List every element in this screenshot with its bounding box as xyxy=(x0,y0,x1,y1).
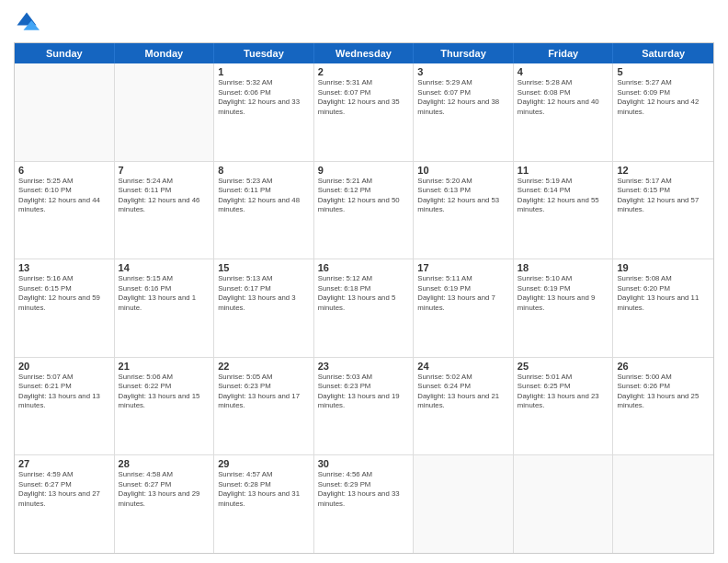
day-number: 1 xyxy=(218,66,310,77)
day-number: 13 xyxy=(18,262,110,273)
day-info: Sunrise: 5:12 AMSunset: 6:18 PMDaylight:… xyxy=(318,274,410,313)
calendar-cell: 13Sunrise: 5:16 AMSunset: 6:15 PMDayligh… xyxy=(15,259,115,357)
calendar-cell: 22Sunrise: 5:05 AMSunset: 6:23 PMDayligh… xyxy=(214,358,314,455)
day-number: 6 xyxy=(18,165,110,176)
calendar-cell: 9Sunrise: 5:21 AMSunset: 6:12 PMDaylight… xyxy=(314,162,415,259)
day-info: Sunrise: 5:05 AMSunset: 6:23 PMDaylight:… xyxy=(218,373,310,411)
day-number: 22 xyxy=(218,361,310,372)
calendar-cell xyxy=(414,455,514,553)
logo-icon xyxy=(14,9,40,35)
weekday-header: Saturday xyxy=(613,43,713,63)
calendar-cell xyxy=(514,455,614,553)
day-info: Sunrise: 5:24 AMSunset: 6:11 PMDaylight:… xyxy=(119,177,210,215)
calendar-cell xyxy=(115,63,215,161)
day-info: Sunrise: 5:02 AMSunset: 6:24 PMDaylight:… xyxy=(417,373,509,411)
calendar-cell: 17Sunrise: 5:11 AMSunset: 6:19 PMDayligh… xyxy=(414,259,514,357)
weekday-header: Wednesday xyxy=(314,43,415,63)
calendar-cell: 3Sunrise: 5:29 AMSunset: 6:07 PMDaylight… xyxy=(414,63,514,161)
calendar-header: SundayMondayTuesdayWednesdayThursdayFrid… xyxy=(15,43,713,63)
day-info: Sunrise: 5:27 AMSunset: 6:09 PMDaylight:… xyxy=(617,78,710,117)
day-info: Sunrise: 5:06 AMSunset: 6:22 PMDaylight:… xyxy=(119,373,210,411)
day-info: Sunrise: 4:58 AMSunset: 6:27 PMDaylight:… xyxy=(119,470,210,509)
day-info: Sunrise: 5:07 AMSunset: 6:21 PMDaylight:… xyxy=(18,373,110,411)
day-number: 15 xyxy=(218,262,310,273)
day-number: 4 xyxy=(518,66,609,77)
calendar-row: 1Sunrise: 5:32 AMSunset: 6:06 PMDaylight… xyxy=(15,63,713,161)
weekday-header: Friday xyxy=(514,43,614,63)
day-number: 12 xyxy=(617,165,710,176)
calendar-row: 20Sunrise: 5:07 AMSunset: 6:21 PMDayligh… xyxy=(15,357,713,455)
calendar-cell: 4Sunrise: 5:28 AMSunset: 6:08 PMDaylight… xyxy=(514,63,614,161)
day-number: 5 xyxy=(617,66,710,77)
day-info: Sunrise: 5:00 AMSunset: 6:26 PMDaylight:… xyxy=(617,373,710,411)
calendar-cell: 6Sunrise: 5:25 AMSunset: 6:10 PMDaylight… xyxy=(15,162,115,259)
day-number: 11 xyxy=(518,165,609,176)
calendar-cell: 8Sunrise: 5:23 AMSunset: 6:11 PMDaylight… xyxy=(214,162,314,259)
calendar-row: 6Sunrise: 5:25 AMSunset: 6:10 PMDaylight… xyxy=(15,161,713,259)
calendar-row: 13Sunrise: 5:16 AMSunset: 6:15 PMDayligh… xyxy=(15,259,713,357)
day-number: 20 xyxy=(18,361,110,372)
day-number: 25 xyxy=(518,361,609,372)
calendar-cell: 21Sunrise: 5:06 AMSunset: 6:22 PMDayligh… xyxy=(115,358,215,455)
day-info: Sunrise: 5:10 AMSunset: 6:19 PMDaylight:… xyxy=(518,274,609,313)
calendar-cell: 16Sunrise: 5:12 AMSunset: 6:18 PMDayligh… xyxy=(314,259,415,357)
calendar-cell: 5Sunrise: 5:27 AMSunset: 6:09 PMDaylight… xyxy=(613,63,713,161)
calendar-cell xyxy=(613,455,713,553)
calendar-cell: 12Sunrise: 5:17 AMSunset: 6:15 PMDayligh… xyxy=(613,162,713,259)
calendar-row: 27Sunrise: 4:59 AMSunset: 6:27 PMDayligh… xyxy=(15,454,713,553)
day-number: 2 xyxy=(318,66,410,77)
calendar-cell: 7Sunrise: 5:24 AMSunset: 6:11 PMDaylight… xyxy=(115,162,215,259)
day-info: Sunrise: 5:20 AMSunset: 6:13 PMDaylight:… xyxy=(417,177,509,215)
day-number: 23 xyxy=(318,361,410,372)
calendar-cell: 20Sunrise: 5:07 AMSunset: 6:21 PMDayligh… xyxy=(15,358,115,455)
calendar-cell: 26Sunrise: 5:00 AMSunset: 6:26 PMDayligh… xyxy=(613,358,713,455)
calendar-cell: 25Sunrise: 5:01 AMSunset: 6:25 PMDayligh… xyxy=(514,358,614,455)
day-info: Sunrise: 5:15 AMSunset: 6:16 PMDaylight:… xyxy=(119,274,210,313)
day-number: 17 xyxy=(417,262,509,273)
calendar-cell: 29Sunrise: 4:57 AMSunset: 6:28 PMDayligh… xyxy=(214,455,314,553)
day-number: 28 xyxy=(119,458,210,469)
day-number: 9 xyxy=(318,165,410,176)
page: SundayMondayTuesdayWednesdayThursdayFrid… xyxy=(0,0,728,563)
day-info: Sunrise: 5:32 AMSunset: 6:06 PMDaylight:… xyxy=(218,78,310,117)
day-number: 19 xyxy=(617,262,710,273)
calendar-cell: 1Sunrise: 5:32 AMSunset: 6:06 PMDaylight… xyxy=(214,63,314,161)
calendar-cell: 15Sunrise: 5:13 AMSunset: 6:17 PMDayligh… xyxy=(214,259,314,357)
calendar-cell: 23Sunrise: 5:03 AMSunset: 6:23 PMDayligh… xyxy=(314,358,415,455)
calendar-cell: 11Sunrise: 5:19 AMSunset: 6:14 PMDayligh… xyxy=(514,162,614,259)
weekday-header: Monday xyxy=(115,43,215,63)
day-number: 3 xyxy=(417,66,509,77)
day-number: 29 xyxy=(218,458,310,469)
day-number: 8 xyxy=(218,165,310,176)
day-info: Sunrise: 5:23 AMSunset: 6:11 PMDaylight:… xyxy=(218,177,310,215)
day-number: 26 xyxy=(617,361,710,372)
calendar-cell: 2Sunrise: 5:31 AMSunset: 6:07 PMDaylight… xyxy=(314,63,415,161)
day-info: Sunrise: 5:13 AMSunset: 6:17 PMDaylight:… xyxy=(218,274,310,313)
day-number: 30 xyxy=(318,458,410,469)
day-info: Sunrise: 4:56 AMSunset: 6:29 PMDaylight:… xyxy=(318,470,410,509)
day-info: Sunrise: 4:59 AMSunset: 6:27 PMDaylight:… xyxy=(18,470,110,509)
day-number: 21 xyxy=(119,361,210,372)
day-info: Sunrise: 5:01 AMSunset: 6:25 PMDaylight:… xyxy=(518,373,609,411)
calendar-cell: 27Sunrise: 4:59 AMSunset: 6:27 PMDayligh… xyxy=(15,455,115,553)
day-number: 7 xyxy=(119,165,210,176)
day-number: 24 xyxy=(417,361,509,372)
calendar-cell: 28Sunrise: 4:58 AMSunset: 6:27 PMDayligh… xyxy=(115,455,215,553)
day-info: Sunrise: 5:17 AMSunset: 6:15 PMDaylight:… xyxy=(617,177,710,215)
calendar-body: 1Sunrise: 5:32 AMSunset: 6:06 PMDaylight… xyxy=(15,63,713,553)
calendar-cell: 19Sunrise: 5:08 AMSunset: 6:20 PMDayligh… xyxy=(613,259,713,357)
calendar-cell: 18Sunrise: 5:10 AMSunset: 6:19 PMDayligh… xyxy=(514,259,614,357)
weekday-header: Sunday xyxy=(15,43,115,63)
day-info: Sunrise: 5:19 AMSunset: 6:14 PMDaylight:… xyxy=(518,177,609,215)
calendar-cell xyxy=(15,63,115,161)
calendar: SundayMondayTuesdayWednesdayThursdayFrid… xyxy=(14,42,714,554)
logo xyxy=(14,9,43,35)
day-info: Sunrise: 5:25 AMSunset: 6:10 PMDaylight:… xyxy=(18,177,110,215)
day-number: 10 xyxy=(417,165,509,176)
weekday-header: Tuesday xyxy=(214,43,314,63)
day-number: 14 xyxy=(119,262,210,273)
day-number: 18 xyxy=(518,262,609,273)
day-info: Sunrise: 5:31 AMSunset: 6:07 PMDaylight:… xyxy=(318,78,410,117)
day-info: Sunrise: 5:29 AMSunset: 6:07 PMDaylight:… xyxy=(417,78,509,117)
day-info: Sunrise: 5:08 AMSunset: 6:20 PMDaylight:… xyxy=(617,274,710,313)
